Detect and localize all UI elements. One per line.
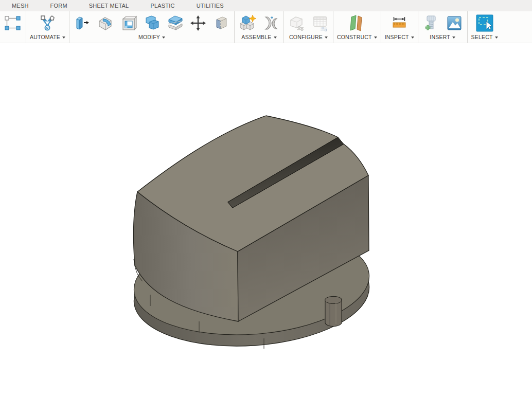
toolbar-group-assemble: ASSEMBLE: [234, 11, 283, 43]
tab-sheet-metal[interactable]: SHEET METAL: [78, 0, 140, 11]
corner-tool-icon: [212, 14, 230, 32]
model-base-notch[interactable]: [325, 296, 342, 326]
insert-dropdown[interactable]: INSERT: [430, 34, 455, 40]
toolbar-group-construct: CONSTRUCT: [333, 11, 381, 43]
shell-icon: [120, 14, 137, 32]
configure-label: CONFIGURE: [289, 34, 323, 40]
insert-label: INSERT: [430, 34, 450, 40]
joint-icon: [262, 14, 279, 32]
construct-dropdown[interactable]: CONSTRUCT: [337, 34, 377, 40]
select-label: SELECT: [471, 34, 493, 40]
toolbar-group-inspect: INSPECT: [381, 11, 418, 43]
dropdown-caret-icon: [162, 37, 165, 39]
dropdown-caret-icon: [411, 37, 414, 39]
canvas-icon: [446, 14, 463, 32]
toolbar-group-select: SELECT: [467, 11, 502, 43]
tab-plastic[interactable]: PLASTIC: [139, 0, 185, 11]
tab-mesh[interactable]: MESH: [1, 0, 40, 11]
toolbar-group-automate: AUTOMATE: [26, 11, 69, 43]
toolbar-group-configure: CONFIGURE: [283, 11, 333, 43]
measure-button[interactable]: [390, 13, 409, 33]
combine-icon: [143, 14, 161, 32]
dropdown-caret-icon: [452, 37, 455, 39]
combine-button[interactable]: [143, 13, 161, 33]
move-copy-button[interactable]: [189, 13, 207, 33]
move-copy-icon: [189, 14, 207, 32]
select-button[interactable]: [475, 13, 494, 33]
split-body-icon: [166, 14, 184, 32]
press-pull-icon: [74, 14, 91, 32]
dropdown-caret-icon: [62, 37, 65, 39]
automate-button[interactable]: [38, 13, 57, 33]
automate-dropdown[interactable]: AUTOMATE: [30, 34, 65, 40]
assemble-label: ASSEMBLE: [241, 34, 271, 40]
select-icon: [476, 14, 493, 32]
insert-fastener-icon: [422, 14, 440, 32]
fillet-button[interactable]: [96, 13, 115, 33]
toolbar-group-insert: INSERT: [418, 11, 467, 43]
toolbar-group-modify: MODIFY: [69, 11, 234, 43]
fillet-icon: [97, 14, 114, 32]
new-component-button[interactable]: [238, 13, 257, 33]
split-body-button[interactable]: [166, 13, 184, 33]
configuration-table-icon: [311, 14, 329, 32]
inspect-label: INSPECT: [385, 34, 409, 40]
corner-tool-button[interactable]: [212, 13, 230, 33]
ribbon-toolbar: AUTOMATE: [0, 11, 532, 43]
construct-plane-icon: [348, 14, 366, 32]
new-component-icon: [238, 14, 257, 32]
tab-form[interactable]: FORM: [40, 0, 78, 11]
configuration-icon: [288, 14, 306, 32]
mesh-edit-button[interactable]: [4, 13, 22, 33]
dropdown-caret-icon: [274, 37, 277, 39]
canvas-button[interactable]: [445, 13, 464, 33]
configuration-button[interactable]: [288, 13, 306, 33]
3d-model: [0, 43, 532, 397]
dropdown-caret-icon: [325, 37, 328, 39]
mesh-edit-icon: [4, 15, 22, 31]
inspect-dropdown[interactable]: INSPECT: [385, 34, 414, 40]
model-viewport[interactable]: [0, 43, 532, 397]
modify-dropdown[interactable]: MODIFY: [138, 34, 165, 40]
modify-label: MODIFY: [138, 34, 160, 40]
measure-icon: [391, 14, 408, 32]
document-tabbar: MESH FORM SHEET METAL PLASTIC UTILITIES: [0, 0, 532, 11]
joint-button[interactable]: [261, 13, 280, 33]
automate-label: AUTOMATE: [30, 34, 60, 40]
automate-icon: [39, 14, 56, 32]
tab-utilities[interactable]: UTILITIES: [186, 0, 235, 11]
press-pull-button[interactable]: [73, 13, 92, 33]
configure-dropdown[interactable]: CONFIGURE: [289, 34, 328, 40]
shell-button[interactable]: [119, 13, 138, 33]
dropdown-caret-icon: [374, 37, 377, 39]
construct-label: CONSTRUCT: [337, 34, 372, 40]
configuration-table-button[interactable]: [311, 13, 329, 33]
select-dropdown[interactable]: SELECT: [471, 34, 498, 40]
dropdown-caret-icon: [495, 37, 498, 39]
construct-plane-button[interactable]: [348, 13, 366, 33]
insert-fastener-button[interactable]: [422, 13, 440, 33]
toolbar-group-mesh-edit: [0, 11, 26, 43]
assemble-dropdown[interactable]: ASSEMBLE: [241, 34, 276, 40]
